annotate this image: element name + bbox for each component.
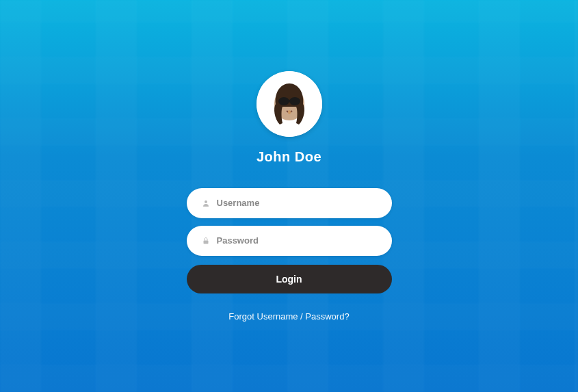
username-input[interactable] [217,198,377,208]
password-input[interactable] [217,235,377,246]
svg-rect-3 [288,100,291,101]
avatar [257,71,322,137]
login-card: John Doe Login Forgot Username / Passwor… [180,71,399,322]
svg-point-2 [289,97,300,105]
login-button[interactable]: Login [187,265,392,293]
lock-icon [202,237,210,245]
user-icon [202,199,210,207]
username-field-wrap[interactable] [187,188,392,218]
svg-rect-6 [203,240,208,244]
svg-point-1 [278,97,289,105]
password-field-wrap[interactable] [187,226,392,256]
user-name: John Doe [257,149,321,165]
avatar-image [257,71,322,137]
svg-point-4 [288,110,291,114]
forgot-link[interactable]: Forgot Username / Password? [228,311,349,322]
svg-point-5 [205,200,207,203]
